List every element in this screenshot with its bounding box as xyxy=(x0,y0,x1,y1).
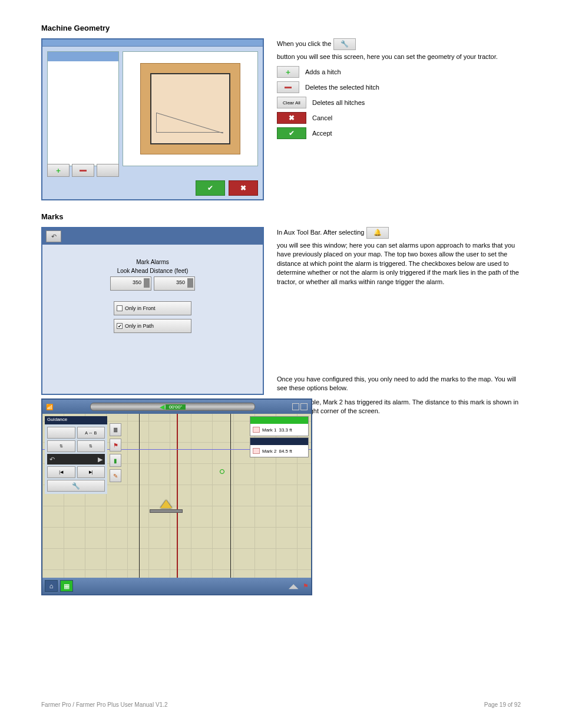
wrench-icon: 🔧 xyxy=(340,39,349,48)
guidance-line-right xyxy=(230,414,231,578)
guidance-wrench-button[interactable]: 🔧 xyxy=(47,480,105,492)
hitch-list-selected-row[interactable] xyxy=(48,52,118,61)
envelope-icon xyxy=(253,448,260,454)
map-bottombar: ⌂ ▦ ◢◣ ⚑ xyxy=(42,578,311,594)
flag-icon: ⚑ xyxy=(113,442,118,449)
legend-minus-label: Deletes the selected hitch xyxy=(305,83,379,92)
mark1-name: Mark 1 xyxy=(262,427,276,433)
side-pin-button[interactable]: ✎ xyxy=(110,469,121,482)
next-button[interactable]: ▶| xyxy=(77,466,105,478)
only-in-front-toggle[interactable]: Only in Front xyxy=(114,301,191,315)
page-footer: Farmer Pro / Farmer Pro Plus User Manual… xyxy=(41,654,521,708)
chart-icon: ▮ xyxy=(114,457,117,464)
distance-value-2: 350 xyxy=(176,279,185,285)
view-toggle-buttons[interactable] xyxy=(292,403,308,410)
geometry-intro-post: button you will see this screen, here yo… xyxy=(277,52,498,61)
guidance-status-row: ↶▶ xyxy=(47,454,105,465)
vehicle-marker xyxy=(160,500,193,513)
guidance-btn-3[interactable]: ⇅ xyxy=(47,440,75,452)
prev-button[interactable]: |◀ xyxy=(47,466,75,478)
legend-minus-button[interactable] xyxy=(277,81,299,93)
add-hitch-button[interactable]: ＋ xyxy=(47,164,70,177)
guidance-line-center xyxy=(177,414,178,578)
alert-flag-icon[interactable]: ⚑ xyxy=(303,582,309,590)
geometry-preview xyxy=(123,51,258,166)
checkbox-only-front[interactable] xyxy=(117,305,123,311)
bell-icon: 🔔 xyxy=(373,228,382,237)
bell-button-inline[interactable]: 🔔 xyxy=(366,227,389,239)
back-button[interactable]: ↶ xyxy=(46,230,61,242)
legend-clearall-label: Deletes all hitches xyxy=(312,98,365,107)
grid-view-button[interactable]: ▦ xyxy=(60,580,73,592)
only-front-label: Only in Front xyxy=(125,305,156,311)
side-chart-button[interactable]: ▮ xyxy=(110,454,121,467)
minus-icon xyxy=(285,87,292,88)
guidance-btn-4[interactable]: ⇅ xyxy=(77,440,105,452)
ab-line-button[interactable]: A ↔ B xyxy=(77,427,105,439)
undo-icon[interactable]: ↶ xyxy=(49,456,55,463)
guidance-btn-1[interactable] xyxy=(47,427,75,439)
marks-status-panel: Mark 1 33.3 ft Mark 2 84.5 ft xyxy=(250,416,309,459)
only-path-label: Only in Path xyxy=(125,323,154,329)
lightbar-value: 00'00" xyxy=(166,404,186,410)
mark2-dist: 84.5 ft xyxy=(279,449,292,454)
legend-plus-label: Adds a hitch xyxy=(305,68,341,77)
mark-target xyxy=(220,469,224,474)
only-in-path-toggle[interactable]: ✔ Only in Path xyxy=(114,319,191,333)
geometry-intro: When you click the 🔧 button you will see… xyxy=(277,38,521,61)
mark2-box[interactable]: Mark 2 84.5 ft xyxy=(250,437,309,457)
headland-icon[interactable]: ◢◣ xyxy=(289,582,298,590)
hitch-list[interactable] xyxy=(47,51,119,166)
marks-para1-pre: In Aux Tool Bar. After selecting xyxy=(277,228,364,237)
mark1-box[interactable]: Mark 1 33.3 ft xyxy=(250,416,309,436)
marks-dialog: ↶ Mark Alarms Look Ahead Distance (feet)… xyxy=(41,227,264,395)
grid-icon: ▦ xyxy=(64,582,70,590)
legend-cancel-label: Cancel xyxy=(312,114,332,123)
footer-left: Farmer Pro / Farmer Pro Plus User Manual… xyxy=(41,701,168,708)
map-side-tool-stack: ≣ ⚑ ▮ ✎ xyxy=(110,423,121,482)
mark2-name: Mark 2 xyxy=(262,449,276,454)
geometry-dialog-titlebar xyxy=(42,39,263,47)
gps-signal-icon[interactable]: 📶 xyxy=(46,404,53,410)
distance-field-2[interactable]: 350 xyxy=(154,276,195,291)
guidance-line-left xyxy=(139,414,140,578)
section-machine-geometry: Machine Geometry xyxy=(41,24,521,200)
marks-heading: Marks xyxy=(41,212,521,221)
marks-para2: Once you have configured this, you only … xyxy=(277,375,521,393)
distance-value-1: 350 xyxy=(133,279,141,285)
mark2-header xyxy=(250,438,308,445)
side-range-button[interactable]: ≣ xyxy=(110,423,121,436)
clear-all-button[interactable] xyxy=(97,164,119,177)
section-marks: Marks ↶ Mark Alarms Look Ahead Distance … xyxy=(41,212,521,595)
keypad-icon xyxy=(187,278,193,288)
geometry-dialog: ＋ ✔ ✖ xyxy=(41,38,264,200)
map-topbar: 📶 ◀ 00'00" xyxy=(42,400,311,414)
undo-arrow-icon: ↶ xyxy=(51,233,57,241)
legend-accept-button[interactable]: ✔ xyxy=(277,127,306,139)
home-button[interactable]: ⌂ xyxy=(45,580,58,592)
checkbox-only-path[interactable]: ✔ xyxy=(117,323,123,329)
legend-accept-label: Accept xyxy=(312,129,332,138)
legend-clearall-button[interactable]: Clear All xyxy=(277,97,306,108)
wrench-button-inline[interactable]: 🔧 xyxy=(333,38,356,50)
guidance-panel: Guidance A ↔ B ⇅ ⇅ ↶▶ |◀ ▶| 🔧 xyxy=(45,416,107,494)
keypad-icon xyxy=(144,278,150,288)
distance-field-1[interactable]: 350 xyxy=(110,276,151,291)
marks-para1-post: you will see this window; here you can s… xyxy=(277,241,521,286)
legend-cancel-button[interactable]: ✖ xyxy=(277,112,306,124)
delete-hitch-button[interactable] xyxy=(72,164,94,177)
marks-dialog-titlebar: ↶ xyxy=(42,228,263,245)
map-screen: 📶 ◀ 00'00" Guidance A ↔ B ⇅ ⇅ ↶▶ xyxy=(41,398,312,595)
wrench-icon: 🔧 xyxy=(72,482,80,490)
envelope-icon xyxy=(253,427,260,433)
side-flag-button[interactable]: ⚑ xyxy=(110,439,121,452)
cancel-button[interactable]: ✖ xyxy=(229,180,258,196)
marks-alarms-heading: Mark Alarms xyxy=(54,259,251,265)
legend-plus-button[interactable]: ＋ xyxy=(277,66,299,78)
check-icon: ✔ xyxy=(289,129,295,139)
geometry-heading: Machine Geometry xyxy=(41,24,521,32)
plus-icon: ＋ xyxy=(55,166,62,176)
x-icon: ✖ xyxy=(289,113,295,123)
accept-button[interactable]: ✔ xyxy=(196,180,225,196)
marks-para1: In Aux Tool Bar. After selecting 🔔 you w… xyxy=(277,227,521,286)
